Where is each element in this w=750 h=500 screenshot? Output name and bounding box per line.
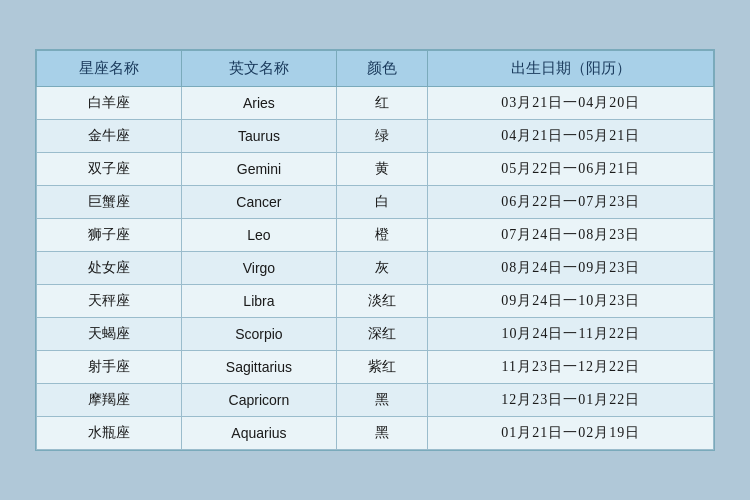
cell-color: 黄 [337,153,428,186]
header-chinese-name: 星座名称 [37,51,182,87]
table-row: 双子座Gemini黄05月22日一06月21日 [37,153,714,186]
cell-chinese-name: 双子座 [37,153,182,186]
cell-dates: 03月21日一04月20日 [428,87,714,120]
cell-color: 橙 [337,219,428,252]
cell-color: 黑 [337,417,428,450]
cell-dates: 09月24日一10月23日 [428,285,714,318]
cell-color: 紫红 [337,351,428,384]
cell-english-name: Capricorn [181,384,337,417]
cell-color: 白 [337,186,428,219]
cell-dates: 08月24日一09月23日 [428,252,714,285]
table-row: 天秤座Libra淡红09月24日一10月23日 [37,285,714,318]
cell-color: 红 [337,87,428,120]
cell-color: 深红 [337,318,428,351]
table-body: 白羊座Aries红03月21日一04月20日金牛座Taurus绿04月21日一0… [37,87,714,450]
table-row: 摩羯座Capricorn黑12月23日一01月22日 [37,384,714,417]
cell-chinese-name: 射手座 [37,351,182,384]
cell-chinese-name: 天秤座 [37,285,182,318]
zodiac-table: 星座名称 英文名称 颜色 出生日期（阳历） 白羊座Aries红03月21日一04… [36,50,714,450]
cell-chinese-name: 白羊座 [37,87,182,120]
table-row: 处女座Virgo灰08月24日一09月23日 [37,252,714,285]
cell-color: 灰 [337,252,428,285]
cell-english-name: Leo [181,219,337,252]
cell-dates: 05月22日一06月21日 [428,153,714,186]
cell-chinese-name: 金牛座 [37,120,182,153]
cell-chinese-name: 天蝎座 [37,318,182,351]
cell-english-name: Aries [181,87,337,120]
table-row: 白羊座Aries红03月21日一04月20日 [37,87,714,120]
cell-dates: 11月23日一12月22日 [428,351,714,384]
table-row: 天蝎座Scorpio深红10月24日一11月22日 [37,318,714,351]
cell-color: 绿 [337,120,428,153]
cell-english-name: Aquarius [181,417,337,450]
table-row: 狮子座Leo橙07月24日一08月23日 [37,219,714,252]
cell-english-name: Cancer [181,186,337,219]
header-english-name: 英文名称 [181,51,337,87]
cell-english-name: Scorpio [181,318,337,351]
table-header-row: 星座名称 英文名称 颜色 出生日期（阳历） [37,51,714,87]
cell-english-name: Sagittarius [181,351,337,384]
table-row: 水瓶座Aquarius黑01月21日一02月19日 [37,417,714,450]
cell-chinese-name: 水瓶座 [37,417,182,450]
cell-color: 淡红 [337,285,428,318]
table-row: 金牛座Taurus绿04月21日一05月21日 [37,120,714,153]
cell-dates: 01月21日一02月19日 [428,417,714,450]
cell-dates: 07月24日一08月23日 [428,219,714,252]
cell-english-name: Taurus [181,120,337,153]
cell-dates: 04月21日一05月21日 [428,120,714,153]
cell-english-name: Libra [181,285,337,318]
cell-english-name: Virgo [181,252,337,285]
cell-chinese-name: 狮子座 [37,219,182,252]
cell-chinese-name: 摩羯座 [37,384,182,417]
cell-english-name: Gemini [181,153,337,186]
cell-chinese-name: 处女座 [37,252,182,285]
table-row: 射手座Sagittarius紫红11月23日一12月22日 [37,351,714,384]
table-row: 巨蟹座Cancer白06月22日一07月23日 [37,186,714,219]
cell-chinese-name: 巨蟹座 [37,186,182,219]
cell-dates: 06月22日一07月23日 [428,186,714,219]
header-color: 颜色 [337,51,428,87]
zodiac-table-container: 星座名称 英文名称 颜色 出生日期（阳历） 白羊座Aries红03月21日一04… [35,49,715,451]
cell-dates: 12月23日一01月22日 [428,384,714,417]
header-dates: 出生日期（阳历） [428,51,714,87]
cell-color: 黑 [337,384,428,417]
cell-dates: 10月24日一11月22日 [428,318,714,351]
